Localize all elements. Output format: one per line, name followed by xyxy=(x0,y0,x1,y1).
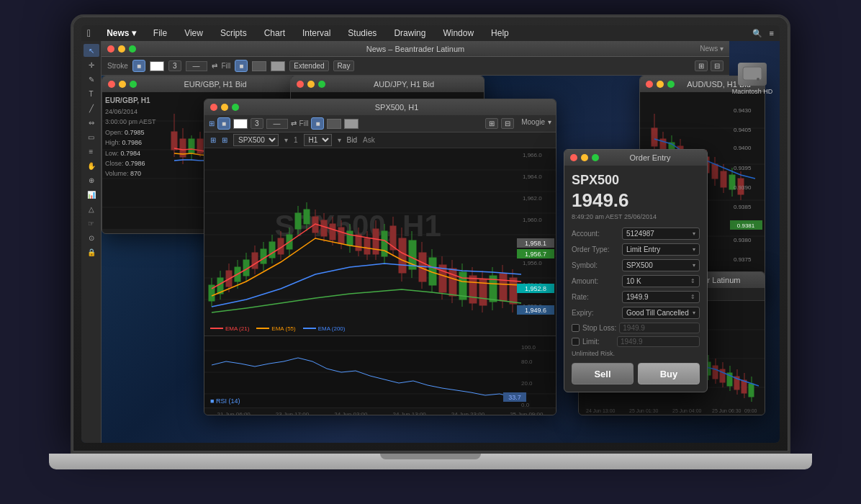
main-toolbar: Stroke ■ 3 — ⇄ Fill ■ Extended Ray ⊞ ⊟ xyxy=(102,57,729,76)
stop-loss-input[interactable] xyxy=(619,323,700,333)
rate-stepper[interactable]: ⇕ xyxy=(690,294,695,300)
stroke-num[interactable]: 3 xyxy=(168,60,181,71)
apple-menu-icon[interactable]:  xyxy=(87,27,91,39)
bid-btn[interactable]: Bid xyxy=(347,136,357,144)
menu-window[interactable]: Window xyxy=(438,27,478,40)
limit-input[interactable] xyxy=(617,336,700,347)
news-menu-btn[interactable]: News ▾ xyxy=(700,45,723,53)
macintosh-hd-icon[interactable]: Macintosh HD xyxy=(731,63,774,95)
tool-text[interactable]: T xyxy=(84,87,99,100)
amount-stepper[interactable]: ⇕ xyxy=(690,278,695,284)
svg-text:0.9380: 0.9380 xyxy=(734,237,752,243)
search-icon[interactable]: 🔍 xyxy=(752,29,762,38)
tool-bar-chart[interactable]: 📊 xyxy=(84,188,99,201)
spx500-stroke-color[interactable] xyxy=(233,119,248,129)
audusd-back-minimize[interactable] xyxy=(657,81,664,88)
tool-measure[interactable]: ⇔ xyxy=(84,116,99,129)
tool-zoom2[interactable]: ⊙ xyxy=(84,231,99,244)
close-btn[interactable] xyxy=(107,45,114,53)
notification-icon[interactable]: ≡ xyxy=(770,29,774,37)
menu-chart[interactable]: Chart xyxy=(260,27,289,40)
eurgbp-minimize[interactable] xyxy=(119,81,126,88)
layout-btn1[interactable]: ⊞ xyxy=(695,60,708,71)
screen-bezel:  News ▾ File View Scripts Chart Interva… xyxy=(71,14,790,454)
spx500-maximize[interactable] xyxy=(232,104,239,111)
rsi-panel: 100.0 80.0 20.0 0.0 33.7 ■ RSI (14) xyxy=(204,336,556,408)
spx500-layout1[interactable]: ⊞ xyxy=(485,118,498,129)
tool-hand[interactable]: ✋ xyxy=(84,159,99,172)
rate-value[interactable]: 1949.9 ⇕ xyxy=(622,291,700,303)
sell-button[interactable]: Sell xyxy=(572,363,634,384)
menu-scripts[interactable]: Scripts xyxy=(216,27,251,40)
audjpy-maximize[interactable] xyxy=(318,81,325,88)
spx500-dropdown-arrow[interactable]: ▾ xyxy=(548,118,551,129)
spx500-stroke-num[interactable]: 3 xyxy=(251,118,263,129)
audusd-back-close[interactable] xyxy=(646,81,653,88)
limit-checkbox[interactable] xyxy=(572,338,580,346)
tool-zoom[interactable]: ⊕ xyxy=(84,174,99,186)
tool-shapes[interactable]: ▭ xyxy=(84,130,99,143)
buy-button[interactable]: Buy xyxy=(638,363,700,384)
fill-style-btn[interactable]: ■ xyxy=(235,60,248,72)
spx500-minimize[interactable] xyxy=(221,104,228,111)
time-label-2: 23 Jun 17:00 xyxy=(276,411,309,415)
layout-btn2[interactable]: ⊟ xyxy=(711,60,723,71)
maximize-btn[interactable] xyxy=(129,45,136,53)
arrows-icon[interactable]: ⇄ xyxy=(212,62,217,70)
order-close-btn[interactable] xyxy=(570,154,577,161)
order-maximize-btn[interactable] xyxy=(592,154,599,161)
spx500-dash[interactable]: — xyxy=(266,119,288,129)
svg-text:1,956.7: 1,956.7 xyxy=(525,251,546,258)
extended-btn[interactable]: Extended xyxy=(289,60,328,71)
fill-color-swatch2[interactable] xyxy=(271,61,285,71)
dash-style[interactable]: — xyxy=(186,61,207,71)
stop-loss-checkbox[interactable] xyxy=(572,324,580,332)
tool-hand2[interactable]: ☞ xyxy=(84,217,99,230)
amount-value[interactable]: 10 K ⇕ xyxy=(622,275,700,287)
spx500-close[interactable] xyxy=(210,104,217,111)
eurgbp-close[interactable] xyxy=(108,81,115,88)
order-type-value[interactable]: Limit Entry ▾ xyxy=(622,243,700,256)
stroke-color-swatch[interactable] xyxy=(150,61,164,71)
stroke-color-btn[interactable]: ■ xyxy=(132,60,145,72)
timeframe-select[interactable]: H1 xyxy=(304,134,332,146)
spx500-layout2[interactable]: ⊟ xyxy=(501,118,514,129)
audjpy-close[interactable] xyxy=(297,81,304,88)
menu-view[interactable]: View xyxy=(180,27,207,40)
svg-rect-260 xyxy=(749,384,754,397)
menu-help[interactable]: Help xyxy=(487,27,513,40)
eurgbp-maximize[interactable] xyxy=(130,81,137,88)
account-dropdown-arrow: ▾ xyxy=(693,230,695,237)
symbol-select[interactable]: SPX500 xyxy=(233,134,279,146)
menu-file[interactable]: File xyxy=(149,27,171,40)
order-minimize-btn[interactable] xyxy=(581,154,588,161)
fill-color-swatch[interactable] xyxy=(252,61,266,71)
minimize-btn[interactable] xyxy=(118,45,125,53)
tool-line[interactable]: ╱ xyxy=(84,102,99,114)
ask-btn[interactable]: Ask xyxy=(363,136,375,144)
account-value[interactable]: 5124987 ▾ xyxy=(622,228,700,240)
expiry-value[interactable]: Good Till Cancelled ▾ xyxy=(622,307,700,319)
spx500-fill-btn[interactable]: ■ xyxy=(311,117,324,130)
symbol-field-value[interactable]: SPX500 ▾ xyxy=(622,259,700,271)
tool-fib[interactable]: ≡ xyxy=(84,145,99,158)
menu-interval[interactable]: Interval xyxy=(298,27,335,40)
tool-pencil[interactable]: ✎ xyxy=(84,73,99,86)
menu-latinum[interactable]: News ▾ xyxy=(102,27,140,40)
limit-label: Limit: xyxy=(582,338,600,346)
spx500-arrows[interactable]: ⇄ xyxy=(291,120,297,127)
tool-draw2[interactable]: △ xyxy=(84,202,99,215)
audjpy-minimize[interactable] xyxy=(307,81,315,88)
svg-text:100.0: 100.0 xyxy=(521,344,536,351)
audusd-back-maximize[interactable] xyxy=(667,81,675,88)
menu-drawing[interactable]: Drawing xyxy=(389,27,430,40)
spx500-stroke-btn[interactable]: ■ xyxy=(217,117,230,130)
ray-btn[interactable]: Ray xyxy=(333,60,355,71)
spx500-fill-color[interactable] xyxy=(327,119,341,129)
tool-crosshair[interactable]: ✛ xyxy=(84,58,99,71)
menu-studies[interactable]: Studies xyxy=(343,27,381,40)
stroke-label: Stroke xyxy=(107,62,128,70)
tool-cursor[interactable]: ↖ xyxy=(84,44,99,57)
spx500-fill-color2[interactable] xyxy=(344,119,359,129)
tool-lock[interactable]: 🔒 xyxy=(84,246,99,258)
